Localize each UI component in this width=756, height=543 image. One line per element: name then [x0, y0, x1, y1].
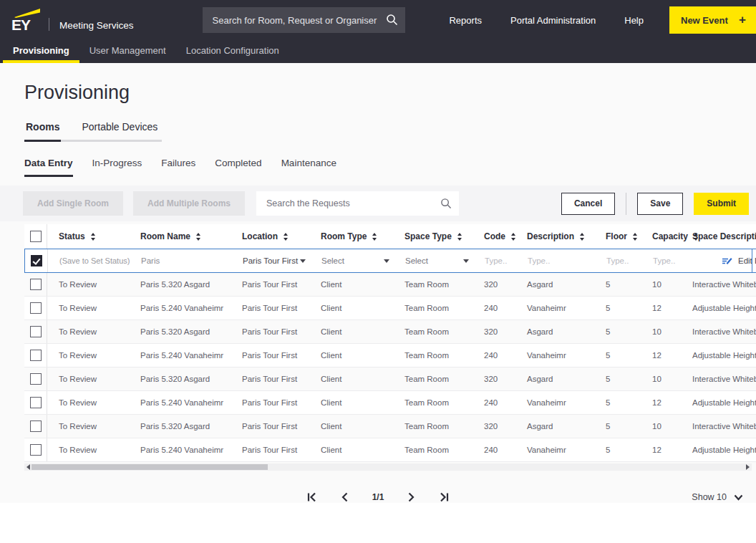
cell-space-description: Interactive Whiteboa [681, 280, 756, 289]
cell-space-type: Team Room [393, 351, 472, 360]
reports-link[interactable]: Reports [449, 15, 482, 26]
global-search-input[interactable] [203, 7, 405, 33]
tab-rooms[interactable]: Rooms [24, 121, 61, 142]
cell-space-description: Interactive Whiteboa [681, 375, 756, 383]
scroll-right-arrow-icon[interactable] [746, 464, 750, 470]
cancel-button[interactable]: Cancel [561, 193, 615, 215]
column-header-room-name[interactable]: Room Name [129, 231, 231, 241]
cell-room-name: Paris 5.320 Asgard [129, 375, 231, 383]
column-header-space-description[interactable]: Space Description [681, 231, 756, 241]
table-row[interactable]: To Review Paris 5.320 Asgard Paris Tour … [24, 415, 756, 438]
table-row[interactable]: To Review Paris 5.240 Vanaheimr Paris To… [24, 391, 756, 415]
portal-administration-link[interactable]: Portal Administration [510, 15, 596, 26]
prev-page-button[interactable] [339, 491, 351, 503]
floor-input[interactable]: Type.. [595, 256, 641, 265]
row-checkbox[interactable] [30, 421, 42, 432]
cell-status: To Review [47, 446, 129, 454]
sort-icon[interactable] [580, 233, 584, 241]
submit-button[interactable]: Submit [694, 193, 749, 215]
ey-logo[interactable]: EY [11, 9, 42, 32]
row-checkbox-cell [24, 415, 47, 438]
next-page-button[interactable] [405, 491, 417, 503]
table-row[interactable]: To Review Paris 5.320 Asgard Paris Tour … [24, 367, 756, 391]
cell-space-type: Team Room [393, 304, 472, 312]
cell-capacity: 10 [641, 280, 681, 289]
column-header-capacity[interactable]: Capacity [641, 231, 681, 241]
row-checkbox[interactable] [30, 279, 42, 290]
row-checkbox[interactable] [30, 302, 42, 314]
subtab-failures[interactable]: Failures [161, 158, 195, 177]
table-row[interactable]: To Review Paris 5.240 Vanaheimr Paris To… [24, 344, 756, 367]
table-toolbar: Add Single Room Add Multiple Rooms Cance… [0, 186, 756, 221]
sort-icon[interactable] [457, 233, 462, 241]
column-header-room-type[interactable]: Room Type [309, 231, 393, 241]
table-row[interactable]: To Review Paris 5.320 Asgard Paris Tour … [24, 320, 756, 344]
row-checkbox-checked[interactable] [31, 255, 42, 266]
add-single-room-button[interactable]: Add Single Room [23, 191, 123, 216]
first-page-button[interactable] [306, 491, 318, 503]
row-checkbox[interactable] [30, 373, 42, 385]
scroll-left-arrow-icon[interactable] [26, 464, 30, 470]
cell-description: Vanaheimr [515, 398, 594, 407]
sort-icon[interactable] [372, 233, 377, 241]
cell-capacity: 10 [641, 375, 681, 383]
sort-icon[interactable] [196, 233, 200, 241]
description-input[interactable]: Type.. [516, 256, 595, 265]
space-type-dropdown[interactable]: Select [394, 256, 473, 265]
row-checkbox[interactable] [30, 444, 42, 456]
cell-status: To Review [47, 422, 129, 431]
tab-portable-devices[interactable]: Portable Devices [80, 121, 159, 142]
save-button[interactable]: Save [637, 193, 683, 215]
ey-logo-text: EY [11, 18, 30, 32]
table-row[interactable]: To Review Paris 5.240 Vanaheimr Paris To… [24, 297, 756, 320]
cell-status-pending: (Save to Set Status) [48, 256, 130, 265]
column-header-code[interactable]: Code [472, 231, 515, 241]
column-header-location[interactable]: Location [231, 231, 309, 241]
column-header-space-type[interactable]: Space Type [393, 231, 472, 241]
help-link[interactable]: Help [624, 15, 644, 26]
subtab-maintenance[interactable]: Maintenance [281, 158, 336, 177]
location-dropdown[interactable]: Paris Tour First [231, 256, 310, 265]
select-all-checkbox[interactable] [30, 231, 42, 242]
page-size-select[interactable]: Show 10 [692, 492, 743, 502]
subtab-data-entry[interactable]: Data Entry [24, 158, 73, 177]
mainnav-item-user-management[interactable]: User Management [79, 40, 176, 63]
mainnav-item-location-configuration[interactable]: Location Configuration [176, 40, 289, 63]
add-multiple-rooms-button[interactable]: Add Multiple Rooms [133, 191, 245, 216]
cell-floor: 5 [594, 446, 641, 454]
cell-room-type: Client [309, 398, 393, 407]
sort-icon[interactable] [633, 233, 637, 241]
cell-room-name: Paris 5.320 Asgard [129, 280, 231, 289]
select-all-cell [24, 224, 47, 249]
row-checkbox[interactable] [30, 350, 42, 361]
new-event-label: New Event [681, 15, 728, 26]
column-header-floor[interactable]: Floor [594, 231, 641, 241]
requests-search-input[interactable] [256, 191, 459, 216]
room-name-input[interactable]: Paris [130, 256, 231, 265]
room-type-dropdown[interactable]: Select [310, 256, 394, 265]
code-input[interactable]: Type.. [473, 256, 516, 265]
row-checkbox-cell [24, 344, 47, 367]
row-checkbox[interactable] [30, 326, 42, 337]
last-page-button[interactable] [438, 491, 450, 503]
scrollbar-thumb[interactable] [32, 464, 268, 470]
table-row[interactable]: To Review Paris 5.320 Asgard Paris Tour … [24, 273, 756, 297]
sort-icon[interactable] [284, 233, 288, 241]
cell-location: Paris Tour First [231, 398, 309, 407]
column-header-status[interactable]: Status [47, 231, 129, 241]
new-event-button[interactable]: New Event + [669, 6, 756, 34]
row-checkbox[interactable] [30, 397, 42, 408]
sort-icon[interactable] [91, 233, 95, 241]
capacity-input[interactable]: Type.. [641, 256, 682, 265]
cell-floor: 5 [594, 327, 641, 336]
mainnav-item-provisioning[interactable]: Provisioning [3, 40, 79, 63]
table-row[interactable]: To Review Paris 5.240 Vanaheimr Paris To… [24, 438, 756, 462]
edit-list-button[interactable]: Edit List [682, 256, 756, 266]
column-header-description[interactable]: Description [515, 231, 594, 241]
search-icon[interactable] [386, 14, 398, 26]
search-icon[interactable] [440, 198, 452, 209]
horizontal-scrollbar[interactable] [24, 463, 752, 471]
subtab-completed[interactable]: Completed [215, 158, 261, 177]
toolbar-actions: Cancel Save Submit [561, 193, 749, 215]
subtab-in-progress[interactable]: In-Progress [92, 158, 142, 177]
